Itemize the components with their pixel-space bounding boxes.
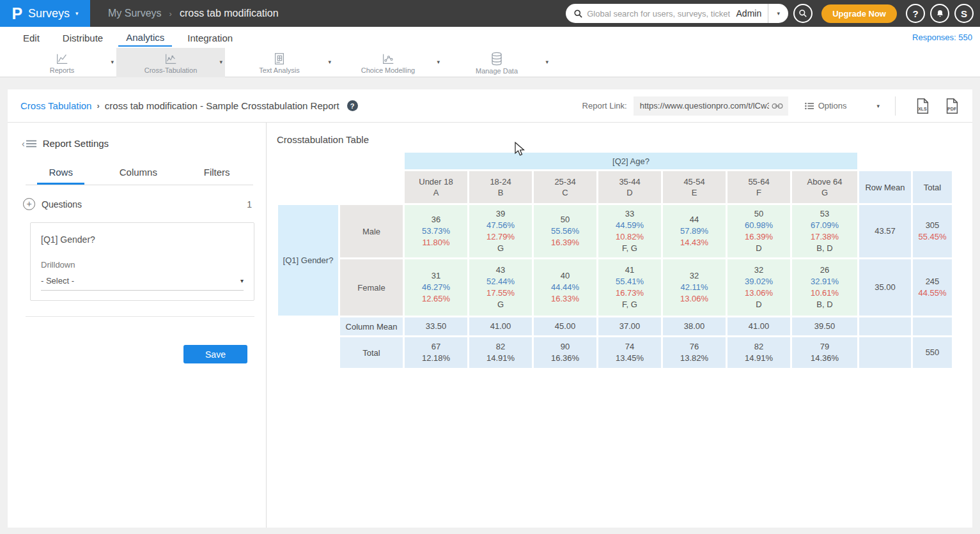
user-avatar[interactable]: S xyxy=(954,4,974,23)
report-header: Cross Tabulation › cross tab modificatio… xyxy=(8,89,972,123)
tab-choice-modelling[interactable]: Choice Modelling ▾ xyxy=(334,48,442,77)
search-scope-caret[interactable]: ▾ xyxy=(768,4,788,23)
save-button[interactable]: Save xyxy=(183,345,247,363)
chevron-left-icon: ‹ xyxy=(22,139,25,149)
add-question-button[interactable]: + xyxy=(23,198,35,210)
report-help-icon[interactable]: ? xyxy=(347,100,358,111)
notifications-button[interactable] xyxy=(930,4,949,23)
data-cell: 4155.41%16.73%F, G xyxy=(598,259,661,316)
options-menu[interactable]: Options ▾ xyxy=(805,101,880,111)
nav-distribute[interactable]: Distribute xyxy=(55,29,111,46)
questions-section-header: + Questions 1 xyxy=(23,198,252,210)
help-button[interactable]: ? xyxy=(906,4,925,23)
tab-cross-tabulation[interactable]: Cross-Tabulation ▾ xyxy=(116,48,225,77)
report-link-field xyxy=(634,96,788,116)
questions-label: Questions xyxy=(42,199,82,210)
export-xls-icon[interactable]: XLS xyxy=(915,98,930,114)
report-link-input[interactable] xyxy=(634,101,772,111)
options-caret[interactable]: ▾ xyxy=(876,103,880,109)
nav-integration[interactable]: Integration xyxy=(180,29,240,46)
tab-reports[interactable]: Reports ▾ xyxy=(8,48,116,77)
age-column-header: Above 64G xyxy=(792,171,857,203)
grand-total-cell: 550 xyxy=(913,337,952,368)
reports-icon xyxy=(54,52,70,66)
row-total-cell: 24544.55% xyxy=(913,259,952,316)
column-mean-cell: 41.00 xyxy=(469,317,532,335)
cross-tabulation-link[interactable]: Cross Tabulation xyxy=(20,100,91,111)
bell-icon xyxy=(935,9,945,19)
choice-modelling-icon xyxy=(380,52,396,66)
list-icon xyxy=(805,102,814,110)
cross-tabulation-menu-caret[interactable]: ▾ xyxy=(219,59,222,65)
report-settings-panel: ‹ Report Settings Rows Columns Filters +… xyxy=(8,123,267,528)
report-content: Cross Tabulation › cross tab modificatio… xyxy=(8,89,972,528)
data-cell: 4352.44%17.55%G xyxy=(469,259,532,316)
age-column-header: 35-44D xyxy=(598,171,661,203)
empty-cell xyxy=(859,317,911,335)
row-label: Male xyxy=(340,205,403,257)
column-total-cell: 9016.36% xyxy=(534,337,596,368)
drilldown-select[interactable]: - Select - ▾ xyxy=(41,276,244,291)
data-cell: 3947.56%12.79%G xyxy=(469,205,532,257)
empty-cell xyxy=(913,317,952,335)
search-scope-admin[interactable]: Admin xyxy=(730,8,768,19)
link-icon[interactable] xyxy=(772,102,783,110)
corner-cell xyxy=(278,171,403,203)
empty-cell xyxy=(859,337,911,368)
svg-text:XLS: XLS xyxy=(918,106,927,111)
data-cell: 4044.44%16.33% xyxy=(534,259,596,316)
chevron-right-icon: › xyxy=(97,101,99,111)
breadcrumb-my-surveys[interactable]: My Surveys xyxy=(108,8,162,19)
column-total-cell: 8214.91% xyxy=(727,337,790,368)
tab-rows[interactable]: Rows xyxy=(37,163,84,185)
tab-columns[interactable]: Columns xyxy=(108,163,169,185)
choice-modelling-menu-caret[interactable]: ▾ xyxy=(437,59,440,65)
search-submit-button[interactable] xyxy=(793,4,813,23)
global-search: Admin ▾ xyxy=(566,4,788,23)
corner-cell xyxy=(278,153,403,169)
export-pdf-icon[interactable]: PDF xyxy=(944,98,960,114)
text-analysis-icon xyxy=(272,52,286,66)
tab-label: Choice Modelling xyxy=(361,66,415,74)
collapse-panel-icon[interactable]: ‹ xyxy=(22,139,36,149)
reports-menu-caret[interactable]: ▾ xyxy=(111,59,114,65)
column-mean-cell: 45.00 xyxy=(534,317,596,335)
column-mean-cell: 41.00 xyxy=(727,317,790,335)
manage-data-menu-caret[interactable]: ▾ xyxy=(545,59,548,65)
upgrade-now-button[interactable]: Upgrade Now xyxy=(821,4,897,23)
data-cell: 2632.91%10.61%B, D xyxy=(792,259,857,316)
crosstab-table: [Q2] Age?Under 18A18-24B25-34C35-44D45-5… xyxy=(276,151,954,370)
tab-filters[interactable]: Filters xyxy=(192,163,242,185)
search-icon xyxy=(573,9,583,19)
total-row-label: Total xyxy=(340,337,403,368)
tab-label: Text Analysis xyxy=(259,66,300,74)
tab-manage-data[interactable]: Manage Data ▾ xyxy=(442,48,551,77)
drilldown-label: Drilldown xyxy=(41,260,244,270)
question-card: [Q1] Gender? Drilldown - Select - ▾ xyxy=(30,222,254,301)
column-mean-cell: 38.00 xyxy=(663,317,726,335)
questionpro-logo: P xyxy=(12,5,22,22)
surveys-product-menu[interactable]: P Surveys ▾ xyxy=(0,0,90,27)
questions-count: 1 xyxy=(247,199,252,210)
text-analysis-menu-caret[interactable]: ▾ xyxy=(328,59,331,65)
crosstab-table-wrap: [Q2] Age?Under 18A18-24B25-34C35-44D45-5… xyxy=(276,151,954,370)
breadcrumb: My Surveys › cross tab modification xyxy=(108,8,279,19)
data-cell: 3653.73%11.80% xyxy=(405,205,467,257)
responses-count: Responses: 550 xyxy=(912,33,972,42)
question-title: [Q1] Gender? xyxy=(41,234,244,245)
topbar-actions: Admin ▾ Upgrade Now ? S xyxy=(566,4,980,23)
chevron-down-icon: ▾ xyxy=(75,10,79,17)
tab-text-analysis[interactable]: Text Analysis ▾ xyxy=(225,48,334,77)
column-total-cell: 8214.91% xyxy=(469,337,532,368)
nav-analytics[interactable]: Analytics xyxy=(118,29,172,47)
crosstab-table-title: Crosstabulation Table xyxy=(277,134,369,145)
corner-cell xyxy=(278,337,338,368)
chevron-right-icon: › xyxy=(169,9,172,19)
row-group-header: [Q1] Gender? xyxy=(278,205,338,316)
column-mean-cell: 39.50 xyxy=(792,317,857,335)
column-total-cell: 6712.18% xyxy=(405,337,467,368)
corner-cell xyxy=(913,153,952,169)
search-input[interactable] xyxy=(587,9,729,19)
nav-edit[interactable]: Edit xyxy=(15,29,47,46)
row-mean-header: Row Mean xyxy=(859,171,911,203)
